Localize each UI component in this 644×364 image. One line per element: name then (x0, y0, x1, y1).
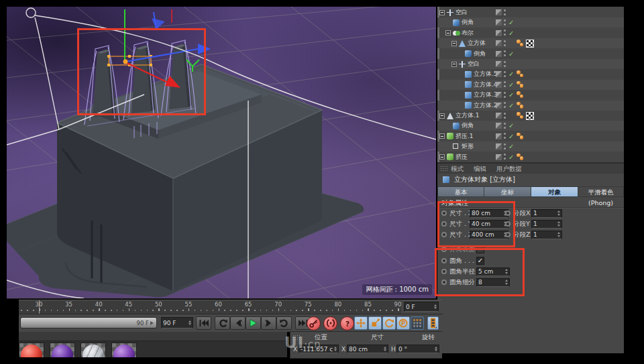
layer-color-icon[interactable] (496, 40, 502, 46)
object-label[interactable]: 挤压.1 (455, 131, 474, 141)
layer-color-icon[interactable] (496, 103, 502, 109)
visibility-dots-icon[interactable] (504, 123, 506, 129)
menu-userdata[interactable]: 用户数据 (496, 164, 522, 174)
visibility-dots-icon[interactable] (504, 113, 506, 119)
visibility-dots-icon[interactable] (504, 81, 506, 88)
visibility-dots-icon[interactable] (504, 61, 506, 68)
enabled-check-icon[interactable]: ✓ (508, 69, 514, 79)
texture-tag-icon[interactable] (526, 112, 534, 120)
object-row[interactable]: 立方体 (437, 38, 624, 48)
object-row[interactable]: 布尔✓ (437, 28, 624, 38)
spinner-arrows[interactable] (189, 320, 191, 326)
segments-x-input[interactable]: 1 (531, 209, 562, 218)
play-backwards-button[interactable] (215, 316, 230, 330)
visibility-dots-icon[interactable] (504, 29, 506, 36)
tab-object[interactable]: 对象 (531, 186, 578, 197)
object-label[interactable]: 立方体.4 (474, 80, 498, 90)
object-label[interactable]: 矩形 (462, 141, 474, 151)
phong-tag-icon[interactable] (517, 70, 525, 78)
enabled-check-icon[interactable]: ✓ (508, 152, 514, 162)
layer-color-icon[interactable] (496, 51, 502, 57)
enabled-check-icon[interactable]: ✓ (508, 121, 514, 131)
phong-tag-icon[interactable] (517, 102, 525, 110)
object-label[interactable]: 立方体.1 (455, 111, 480, 121)
object-label[interactable]: 立方体 (468, 38, 486, 48)
preview-range-slider[interactable]: 90 F (20, 317, 157, 328)
previous-frame-button[interactable] (230, 316, 246, 330)
object-row[interactable]: 立方体.2✓ (437, 101, 624, 111)
visibility-dots-icon[interactable] (504, 154, 506, 160)
tab-basic[interactable]: 基本 (437, 186, 484, 197)
object-label[interactable]: 倒角 (474, 49, 486, 59)
layer-color-icon[interactable] (496, 61, 502, 67)
object-row[interactable]: 倒角✓ (437, 49, 624, 59)
current-frame-input[interactable]: 0 F (404, 302, 439, 312)
record-keyframe-button[interactable] (307, 316, 321, 330)
phong-tag-icon[interactable] (517, 81, 525, 89)
expander-icon[interactable] (445, 30, 451, 36)
object-row[interactable]: 立方体.1 (437, 111, 624, 121)
enabled-check-icon[interactable]: ✓ (508, 80, 514, 90)
layer-color-icon[interactable] (496, 9, 502, 15)
keyframe-position-toggle[interactable] (354, 316, 368, 330)
phong-tag-icon[interactable] (517, 112, 525, 120)
expander-icon[interactable] (451, 41, 457, 46)
keyframe-rotation-toggle[interactable] (382, 316, 396, 330)
spinner-arrows[interactable] (434, 304, 437, 310)
visibility-dots-icon[interactable] (504, 143, 506, 150)
object-row[interactable]: 倒角✓ (437, 17, 624, 27)
record-autokey-button[interactable] (323, 316, 337, 330)
object-row[interactable]: 挤压.1✓ (437, 131, 624, 141)
motion-system-button[interactable] (427, 316, 439, 330)
layer-color-icon[interactable] (496, 123, 502, 129)
object-row[interactable]: 立方体.4✓ (437, 80, 624, 90)
phong-tag-icon[interactable] (517, 133, 525, 141)
go-to-start-button[interactable] (196, 316, 211, 330)
record-options-button[interactable]: ? (340, 316, 354, 330)
layer-color-icon[interactable] (496, 82, 502, 88)
menu-mode[interactable]: 模式 (451, 164, 464, 174)
rotation-h-input[interactable]: 0 ° (396, 345, 439, 353)
object-row[interactable]: 立方体.3✓ (437, 90, 624, 100)
layer-color-icon[interactable] (496, 133, 502, 139)
object-row[interactable]: 挤压✓ (437, 152, 624, 162)
visibility-dots-icon[interactable] (504, 50, 506, 57)
tab-phong[interactable]: 平滑着色(Phong) (578, 186, 624, 197)
layer-color-icon[interactable] (496, 113, 502, 119)
enabled-check-icon[interactable]: ✓ (508, 101, 514, 111)
layer-color-icon[interactable] (496, 19, 502, 25)
object-row[interactable]: 空白 (437, 7, 624, 17)
visibility-dots-icon[interactable] (504, 71, 506, 78)
enabled-check-icon[interactable]: ✓ (508, 90, 514, 100)
next-frame-button[interactable] (261, 316, 276, 330)
keyframe-scale-toggle[interactable] (368, 316, 382, 330)
menu-edit[interactable]: 编辑 (474, 164, 486, 174)
enabled-check-icon[interactable]: ✓ (508, 17, 514, 27)
timeline-ruler[interactable]: 30354045505560657075808590 (19, 300, 401, 314)
keyframe-point-level-toggle[interactable] (411, 316, 424, 330)
object-label[interactable]: 立方体.3 (474, 90, 498, 100)
object-manager[interactable]: 空白倒角✓布尔✓立方体倒角✓空白立方体.5✓立方体.4✓立方体.3✓立方体.2✓… (437, 7, 624, 162)
object-row[interactable]: 空白 (437, 59, 624, 69)
layer-color-icon[interactable] (496, 71, 502, 77)
visibility-dots-icon[interactable] (504, 40, 506, 47)
object-label[interactable]: 空白 (468, 59, 480, 69)
enabled-check-icon[interactable]: ✓ (508, 49, 514, 59)
layer-color-icon[interactable] (496, 143, 502, 149)
spinner-arrows[interactable] (384, 347, 386, 352)
material-swatch-purple2[interactable] (111, 343, 137, 357)
play-loop-button[interactable] (276, 316, 292, 330)
object-row[interactable]: 立方体.5✓ (437, 69, 624, 79)
material-manager-header[interactable] (19, 332, 287, 341)
enabled-check-icon[interactable]: ✓ (508, 28, 514, 38)
phong-tag-icon[interactable] (517, 40, 525, 48)
enabled-check-icon[interactable]: ✓ (508, 141, 514, 151)
object-label[interactable]: 立方体.5 (474, 69, 498, 79)
visibility-dots-icon[interactable] (504, 92, 506, 99)
spinner-arrows[interactable] (334, 347, 337, 352)
expander-icon[interactable] (439, 113, 445, 119)
enabled-check-icon[interactable]: ✓ (508, 131, 514, 141)
object-label[interactable]: 布尔 (462, 28, 474, 38)
expander-icon[interactable] (439, 10, 445, 15)
texture-tag-icon[interactable] (526, 40, 534, 48)
